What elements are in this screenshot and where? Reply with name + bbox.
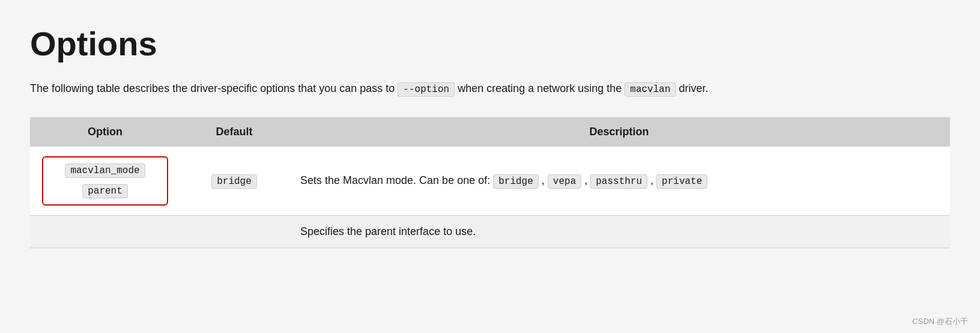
comma-3: , [650, 174, 656, 186]
vepa-mode-code: vepa [548, 174, 581, 189]
bridge-default-code: bridge [211, 174, 257, 189]
header-description: Description [288, 117, 950, 147]
macvlan-mode-code: macvlan_mode [65, 163, 145, 178]
description-row2-text: Specifies the parent interface to use. [300, 225, 476, 237]
description-text: The following table describes the driver… [30, 80, 950, 98]
header-default: Default [180, 117, 288, 147]
table-row: Specifies the parent interface to use. [30, 215, 950, 248]
passthru-mode-code: passthru [590, 174, 647, 189]
comma-2: , [584, 174, 590, 186]
table-body: macvlan_mode parent bridge Sets the Macv… [30, 147, 950, 248]
watermark-text: CSDN @石小千 [912, 316, 968, 327]
table-header: Option Default Description [30, 117, 950, 147]
description-cell-1: Sets the Macvlan mode. Can be one of: br… [288, 147, 950, 216]
description-part-2: when creating a network using the [455, 82, 625, 94]
description-cell-2: Specifies the parent interface to use. [288, 215, 950, 248]
page-title: Options [30, 24, 950, 63]
parent-code: parent [82, 184, 128, 198]
macvlan-code: macvlan [625, 82, 676, 97]
description-part-3: driver. [676, 82, 709, 94]
private-mode-code: private [656, 174, 707, 189]
description-row1-text: Sets the Macvlan mode. Can be one of: [300, 174, 493, 186]
header-option: Option [30, 117, 180, 147]
option-cell-1: macvlan_mode parent [30, 147, 180, 216]
default-cell-2 [180, 215, 288, 248]
description-part-1: The following table describes the driver… [30, 82, 398, 94]
default-cell-1: bridge [180, 147, 288, 216]
option-cell-2 [30, 215, 180, 248]
options-table: Option Default Description macvlan_mode … [30, 117, 950, 248]
header-row: Option Default Description [30, 117, 950, 147]
bridge-mode-code: bridge [493, 174, 539, 189]
option-flag-code: --option [398, 82, 455, 97]
comma-1: , [542, 174, 548, 186]
table-row: macvlan_mode parent bridge Sets the Macv… [30, 147, 950, 216]
option-highlight-box: macvlan_mode parent [42, 156, 168, 206]
